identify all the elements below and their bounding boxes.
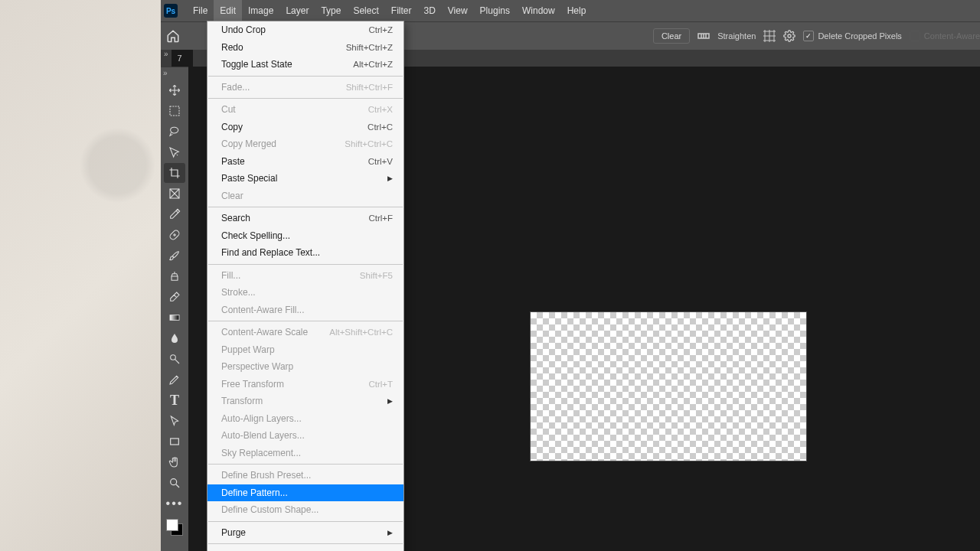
brush-tool[interactable]: [164, 246, 185, 266]
delete-cropped-checkbox[interactable]: ✓: [803, 31, 814, 41]
straighten-icon[interactable]: [697, 30, 710, 42]
menu-filter[interactable]: Filter: [385, 0, 418, 21]
menu-view[interactable]: View: [442, 0, 474, 21]
menu-select[interactable]: Select: [347, 0, 384, 21]
menuitem-label: Copy Merged: [221, 139, 276, 149]
delete-cropped-label: Delete Cropped Pixels: [818, 31, 901, 41]
menuitem-label: Copy: [221, 122, 243, 132]
clone-tool[interactable]: [164, 266, 185, 286]
tabbar-chevrons-icon[interactable]: »: [161, 50, 172, 58]
lasso-tool[interactable]: [164, 122, 185, 142]
menuitem-undo-crop[interactable]: Undo CropCtrl+Z: [207, 21, 403, 39]
menuitem-free-transform: Free TransformCtrl+T: [207, 376, 403, 393]
blur-tool[interactable]: [164, 328, 185, 348]
menuitem-label: Find and Replace Text...: [221, 247, 320, 258]
menu-separator: [208, 264, 403, 265]
menuitem-label: Free Transform: [221, 379, 284, 390]
menuitem-define-custom-shape: Define Custom Shape...: [207, 501, 403, 519]
document-tab[interactable]: 7: [172, 50, 193, 67]
rectangle-tool[interactable]: [164, 432, 185, 452]
menuitem-shortcut: Shift+Ctrl+F: [346, 83, 393, 92]
menu-file[interactable]: File: [187, 0, 214, 21]
healing-tool[interactable]: [164, 225, 185, 245]
frame-tool[interactable]: [164, 184, 185, 204]
color-swatches[interactable]: [166, 519, 183, 536]
svg-line-22: [176, 484, 179, 487]
pen-tool[interactable]: [164, 370, 185, 390]
menuitem-shortcut: Ctrl+F: [368, 214, 393, 223]
menuitem-label: Cut: [221, 104, 236, 115]
tools-panel: » T•••: [161, 67, 188, 551]
menuitem-cut: CutCtrl+X: [207, 101, 403, 119]
menu-window[interactable]: Window: [516, 0, 561, 21]
hand-tool[interactable]: [164, 452, 185, 472]
eraser-tool[interactable]: [164, 287, 185, 307]
menuitem-search[interactable]: SearchCtrl+F: [207, 210, 403, 227]
menuitem-label: Define Pattern...: [221, 487, 288, 498]
menuitem-label: Paste Special: [221, 173, 277, 184]
menuitem-paste[interactable]: PasteCtrl+V: [207, 153, 403, 171]
path-select-tool[interactable]: [164, 411, 185, 431]
content-aware-checkbox[interactable]: [910, 31, 920, 41]
menuitem-shortcut: Ctrl+V: [368, 157, 393, 166]
content-aware-label: Content-Aware: [924, 31, 980, 41]
photoshop-window: Ps FileEditImageLayerTypeSelectFilter3DV…: [161, 0, 980, 551]
dodge-tool[interactable]: [164, 349, 185, 369]
move-tool[interactable]: [164, 80, 185, 100]
svg-point-10: [788, 34, 791, 37]
menuitem-fill: Fill...Shift+F5: [207, 267, 403, 285]
menuitem-content-aware-fill: Content-Aware Fill...: [207, 302, 403, 319]
menuitem-check-spelling[interactable]: Check Spelling...: [207, 227, 403, 245]
menu-type[interactable]: Type: [315, 0, 347, 21]
edit-dropdown-menu: Undo CropCtrl+ZRedoShift+Ctrl+ZToggle La…: [207, 21, 404, 551]
menuitem-shortcut: Alt+Ctrl+Z: [353, 60, 393, 69]
crop-tool[interactable]: [164, 163, 185, 183]
menuitem-adobe-pdf-presets[interactable]: Adobe PDF Presets...: [207, 546, 403, 551]
menu-image[interactable]: Image: [242, 0, 279, 21]
foreground-color-swatch[interactable]: [166, 519, 178, 531]
menuitem-shortcut: Shift+F5: [360, 271, 393, 280]
menuitem-label: Paste: [221, 156, 245, 167]
menuitem-shortcut: Shift+Ctrl+C: [345, 139, 393, 148]
menuitem-content-aware-scale: Content-Aware ScaleAlt+Shift+Ctrl+C: [207, 324, 403, 341]
menu-separator: [208, 207, 403, 207]
zoom-tool[interactable]: [164, 473, 185, 493]
grid-overlay-icon[interactable]: [763, 30, 776, 42]
menuitem-toggle-last-state[interactable]: Toggle Last StateAlt+Ctrl+Z: [207, 56, 403, 73]
menuitem-copy[interactable]: CopyCtrl+C: [207, 119, 403, 136]
toolbar-collapse-icon[interactable]: »: [161, 69, 170, 80]
more-tool[interactable]: •••: [164, 494, 185, 514]
menuitem-paste-special[interactable]: Paste Special: [207, 170, 403, 187]
svg-rect-18: [170, 315, 179, 321]
quick-select-tool[interactable]: [164, 142, 185, 162]
gear-icon[interactable]: [783, 30, 795, 42]
menu-layer[interactable]: Layer: [279, 0, 315, 21]
menuitem-redo[interactable]: RedoShift+Ctrl+Z: [207, 39, 403, 57]
menu-separator: [208, 521, 403, 522]
straighten-label[interactable]: Straighten: [717, 31, 756, 41]
clear-button[interactable]: Clear: [653, 28, 690, 44]
svg-rect-20: [171, 439, 179, 445]
menuitem-label: Auto-Blend Layers...: [221, 430, 305, 441]
menu-3d[interactable]: 3D: [417, 0, 441, 21]
menuitem-label: Undo Crop: [221, 24, 266, 35]
document-canvas[interactable]: [530, 311, 807, 461]
menu-edit[interactable]: Edit: [214, 0, 242, 21]
menuitem-fade: Fade...Shift+Ctrl+F: [207, 79, 403, 96]
marquee-tool[interactable]: [164, 101, 185, 121]
menuitem-shortcut: Ctrl+T: [368, 380, 393, 389]
menuitem-define-pattern[interactable]: Define Pattern...: [207, 484, 403, 502]
gradient-tool[interactable]: [164, 308, 185, 328]
menu-plugins[interactable]: Plugins: [474, 0, 516, 21]
app-logo: Ps: [164, 4, 178, 18]
menuitem-purge[interactable]: Purge: [207, 524, 403, 542]
menuitem-label: Auto-Align Layers...: [221, 413, 302, 424]
menuitem-define-brush-preset: Define Brush Preset...: [207, 467, 403, 484]
home-icon[interactable]: [165, 28, 181, 44]
menuitem-sky-replacement: Sky Replacement...: [207, 445, 403, 462]
type-tool[interactable]: T: [164, 390, 185, 410]
menu-help[interactable]: Help: [561, 0, 593, 21]
menu-separator: [208, 321, 403, 321]
menuitem-find-and-replace-text[interactable]: Find and Replace Text...: [207, 244, 403, 262]
eyedropper-tool[interactable]: [164, 204, 185, 224]
